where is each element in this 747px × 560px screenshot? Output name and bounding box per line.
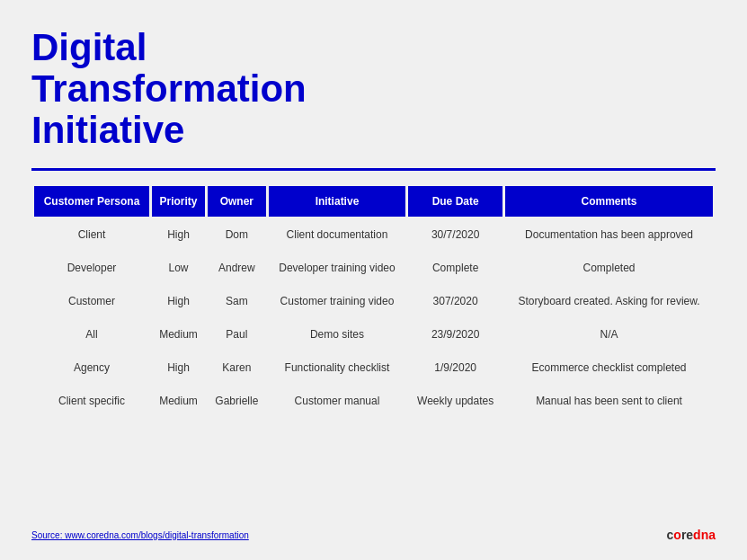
cell-persona: Customer: [34, 286, 149, 316]
cell-due_date: Complete: [408, 253, 502, 283]
cell-comments: Manual has been sent to client: [505, 386, 713, 416]
cell-initiative: Functionality checklist: [269, 352, 406, 383]
table-header-row: Customer Persona Priority Owner Initiati…: [34, 186, 713, 217]
logo-dna-text: dna: [693, 528, 716, 542]
table-row: AllMediumPaulDemo sites23/9/2020N/A: [34, 319, 713, 350]
cell-owner: Sam: [208, 286, 266, 316]
main-title: Digital Transformation Initiative: [31, 27, 716, 152]
cell-priority: High: [152, 219, 205, 250]
cell-due_date: 1/9/2020: [408, 352, 502, 383]
logo: coredna: [667, 528, 716, 542]
initiative-table: Customer Persona Priority Owner Initiati…: [31, 183, 716, 419]
cell-due_date: 23/9/2020: [408, 319, 502, 350]
cell-initiative: Client documentation: [269, 219, 406, 250]
cell-owner: Andrew: [208, 253, 266, 283]
cell-owner: Karen: [208, 352, 266, 383]
table-row: ClientHighDomClient documentation30/7/20…: [34, 219, 713, 250]
col-header-priority: Priority: [152, 186, 205, 217]
cell-persona: Agency: [34, 352, 149, 383]
cell-persona: Client specific: [34, 386, 149, 416]
cell-comments: Completed: [505, 253, 713, 283]
col-header-owner: Owner: [208, 186, 266, 217]
col-header-persona: Customer Persona: [34, 186, 149, 217]
table-row: CustomerHighSamCustomer training video30…: [34, 286, 713, 316]
title-section: Digital Transformation Initiative: [31, 27, 716, 152]
cell-comments: Ecommerce checklist completed: [505, 352, 713, 383]
cell-priority: Low: [152, 253, 205, 283]
cell-owner: Gabrielle: [208, 386, 266, 416]
cell-persona: All: [34, 319, 149, 350]
table-container: Customer Persona Priority Owner Initiati…: [31, 183, 716, 519]
table-row: DeveloperLowAndrewDeveloper training vid…: [34, 253, 713, 283]
cell-initiative: Customer training video: [269, 286, 406, 316]
cell-initiative: Demo sites: [269, 319, 406, 350]
cell-priority: High: [152, 352, 205, 383]
cell-priority: Medium: [152, 319, 205, 350]
table-row: Client specificMediumGabrielleCustomer m…: [34, 386, 713, 416]
cell-persona: Developer: [34, 253, 149, 283]
cell-comments: Documentation has been approved: [505, 219, 713, 250]
cell-priority: Medium: [152, 386, 205, 416]
source-link: Source: www.coredna.com/blogs/digital-tr…: [31, 530, 249, 540]
cell-due_date: 30/7/2020: [408, 219, 502, 250]
logo-core-text: core: [667, 528, 694, 542]
cell-due_date: Weekly updates: [408, 386, 502, 416]
cell-owner: Dom: [208, 219, 266, 250]
table-row: AgencyHighKarenFunctionality checklist1/…: [34, 352, 713, 383]
cell-comments: N/A: [505, 319, 713, 350]
col-header-initiative: Initiative: [269, 186, 406, 217]
cell-owner: Paul: [208, 319, 266, 350]
cell-comments: Storyboard created. Asking for review.: [505, 286, 713, 316]
divider: [31, 168, 716, 171]
cell-initiative: Customer manual: [269, 386, 406, 416]
col-header-comments: Comments: [505, 186, 713, 217]
cell-due_date: 307/2020: [408, 286, 502, 316]
cell-priority: High: [152, 286, 205, 316]
col-header-due-date: Due Date: [408, 186, 502, 217]
footer: Source: www.coredna.com/blogs/digital-tr…: [31, 528, 716, 542]
cell-persona: Client: [34, 219, 149, 250]
cell-initiative: Developer training video: [269, 253, 406, 283]
